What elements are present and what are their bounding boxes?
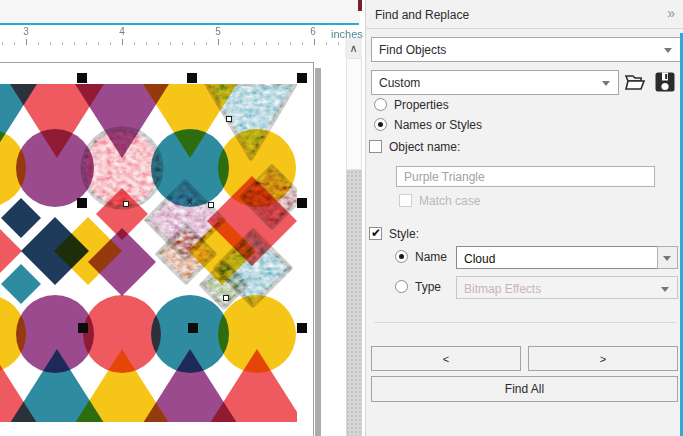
chevron-down-icon — [663, 256, 671, 261]
ruler-number: 3 — [23, 26, 29, 37]
selection-handle[interactable] — [297, 323, 307, 333]
ruler-tick — [74, 42, 75, 45]
radio-properties-label: Properties — [394, 98, 449, 112]
find-previous-button[interactable]: < — [371, 346, 521, 371]
selection-handle[interactable] — [77, 73, 87, 83]
chevron-down-icon — [661, 287, 669, 292]
radio-properties[interactable] — [374, 98, 387, 111]
match-case-checkbox[interactable] — [399, 194, 412, 207]
ruler-tick — [98, 42, 99, 45]
ruler-tick — [338, 42, 339, 45]
ruler-tick — [122, 39, 123, 45]
save-icon — [654, 71, 676, 93]
style-type-value: Bitmap Effects — [464, 282, 541, 296]
radio-style-name[interactable] — [395, 250, 408, 263]
ruler-tick — [326, 42, 327, 45]
ruler-tick — [230, 42, 231, 45]
ruler-tick — [158, 42, 159, 45]
ruler-tick — [278, 42, 279, 45]
style-name-value: Cloud — [464, 252, 495, 266]
toolbar-empty-strip — [0, 0, 360, 23]
divider — [374, 322, 676, 323]
ruler-tick — [62, 42, 63, 45]
match-case-label: Match case — [419, 194, 480, 208]
load-search-button[interactable] — [624, 71, 646, 93]
radio-style-name-label: Name — [415, 250, 447, 264]
vertical-scrollbar-thumb[interactable] — [346, 58, 362, 170]
style-name-combobox[interactable]: Cloud — [456, 246, 678, 269]
find-type-dropdown[interactable]: Find Objects — [371, 37, 681, 62]
pattern-shape[interactable] — [1, 198, 41, 238]
docker-title: Find and Replace — [375, 8, 469, 22]
ruler-tick — [14, 42, 15, 45]
ruler-tick — [218, 39, 219, 45]
ruler-tick — [254, 42, 255, 45]
style-checkbox[interactable] — [369, 227, 382, 240]
object-name-checkbox-label: Object name: — [389, 140, 460, 154]
object-name-checkbox[interactable] — [369, 140, 382, 153]
artwork-pattern[interactable] — [0, 84, 297, 422]
docker-header: Find and Replace » — [366, 0, 683, 29]
object-node-marker[interactable] — [223, 295, 229, 301]
ruler-tick — [242, 42, 243, 45]
pattern-shape[interactable] — [1, 264, 41, 304]
selection-handle[interactable] — [187, 73, 197, 83]
folder-icon — [624, 71, 646, 93]
ruler-tick — [134, 42, 135, 45]
preset-dropdown[interactable]: Custom — [371, 70, 619, 95]
object-name-input[interactable] — [396, 166, 655, 187]
object-node-marker[interactable] — [208, 202, 214, 208]
radio-style-type[interactable] — [395, 280, 408, 293]
save-search-button[interactable] — [654, 71, 676, 93]
style-checkbox-label: Style: — [389, 227, 419, 241]
object-node-marker[interactable] — [123, 201, 129, 207]
collapse-docker-icon[interactable]: » — [667, 5, 675, 21]
ruler-number: 5 — [215, 26, 221, 37]
style-type-dropdown[interactable]: Bitmap Effects — [456, 276, 678, 299]
ruler-tick — [170, 42, 171, 45]
selection-center-marker[interactable]: ✕ — [186, 198, 194, 207]
ruler-tick — [50, 42, 51, 45]
find-type-value: Find Objects — [379, 43, 446, 57]
ruler-tick — [314, 39, 315, 45]
selection-handle[interactable] — [78, 323, 88, 333]
selection-handle[interactable] — [297, 73, 307, 83]
chevron-down-icon — [664, 48, 672, 53]
ruler-tick — [110, 42, 111, 45]
chevron-down-icon — [602, 81, 610, 86]
ruler-tick — [206, 42, 207, 45]
clipped-toolbar-fragment — [358, 0, 362, 11]
ruler-number: 4 — [119, 26, 125, 37]
ruler-tick — [86, 42, 87, 45]
horizontal-ruler: 3456inches — [0, 25, 360, 46]
ruler-tick — [290, 42, 291, 45]
ruler-tick — [26, 39, 27, 45]
ruler-tick — [182, 42, 183, 45]
radio-names-or-styles-label: Names or Styles — [394, 118, 482, 132]
ruler-tick — [2, 42, 3, 45]
ruler-tick — [302, 42, 303, 45]
combobox-dropdown-button[interactable] — [657, 246, 678, 269]
find-all-button[interactable]: Find All — [371, 376, 678, 402]
radio-names-or-styles[interactable] — [374, 118, 387, 131]
ruler-tick — [194, 42, 195, 45]
ruler-number: 6 — [310, 26, 316, 37]
selection-handle[interactable] — [297, 198, 307, 208]
ruler-tick — [266, 42, 267, 45]
find-next-button[interactable]: > — [528, 346, 678, 371]
scroll-up-button[interactable]: ∧ — [345, 38, 362, 58]
find-and-replace-docker: Find and Replace » Find Objects Custom — [365, 0, 683, 436]
selection-handle[interactable] — [188, 323, 198, 333]
app-window: 3456inches ✕ ∧ Find and Replace » — [0, 0, 683, 436]
selection-handle[interactable] — [77, 198, 87, 208]
vertical-scrollbar-track[interactable] — [346, 170, 362, 436]
object-node-marker[interactable] — [226, 116, 232, 122]
radio-style-type-label: Type — [415, 280, 441, 294]
page-shadow — [315, 68, 321, 436]
ruler-tick — [146, 42, 147, 45]
preset-value: Custom — [379, 76, 420, 90]
ruler-tick — [38, 42, 39, 45]
